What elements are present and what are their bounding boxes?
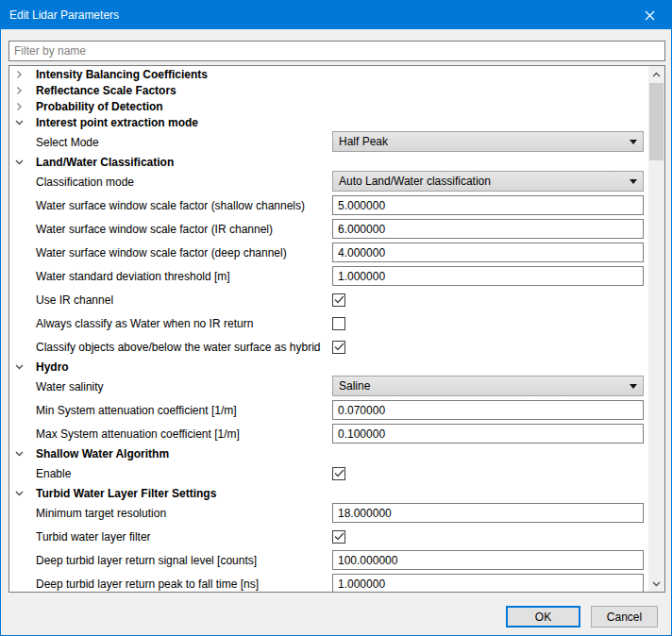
tree-parameter-row[interactable]: Min System attenuation coefficient [1/m] [9,398,648,422]
checkbox-checked[interactable] [332,341,345,354]
vertical-scrollbar[interactable] [648,66,664,592]
parameter-label: Deep turbid layer return signal level [c… [36,554,257,567]
parameter-label: Use IR channel [36,293,113,307]
edit-lidar-parameters-dialog: Edit Lidar Parameters Intensity Balancin… [0,0,672,636]
parameter-label: Minimum target resolution [36,507,166,520]
tree-group-row[interactable]: Interest point extraction mode [9,114,648,130]
parameter-label: Max System attenuation coefficient [1/m] [36,427,240,441]
tree-parameter-row[interactable]: Turbid water layer filter [9,525,648,548]
scrollbar-thumb[interactable] [649,83,664,160]
group-label: Land/Water Classification [36,156,174,169]
combobox-dropdown-arrow-icon [630,384,637,389]
chevron-down-icon[interactable] [15,118,25,126]
parameter-rows: Intensity Balancing CoefficientsReflecta… [9,66,648,592]
group-label: Turbid Water Layer Filter Settings [36,487,216,500]
parameter-label: Always classify as Water when no IR retu… [36,317,253,330]
filter-input[interactable] [8,41,665,61]
group-label: Hydro [36,360,69,374]
group-label: Probability of Detection [36,100,163,113]
cancel-button[interactable]: Cancel [591,606,658,628]
parameter-label: Water surface window scale factor (shall… [36,199,305,212]
parameter-value-input[interactable] [332,503,644,523]
parameter-combobox[interactable]: Auto Land/Water classification [332,171,644,192]
chevron-up-icon [652,72,661,77]
parameter-label: Classify objects above/below the water s… [36,341,320,354]
parameter-label: Enable [36,467,71,480]
checkbox-unchecked[interactable] [332,317,345,330]
group-label: Intensity Balancing Coefficients [36,68,208,81]
tree-group-row[interactable]: Intensity Balancing Coefficients [9,66,648,82]
tree-parameter-row[interactable]: Water salinitySaline [9,375,648,398]
combobox-dropdown-arrow-icon [630,179,637,184]
chevron-right-icon[interactable] [15,102,25,110]
combobox-dropdown-arrow-icon [630,140,637,144]
checkbox-checked[interactable] [332,530,345,544]
parameter-label: Deep turbid layer return peak to fall ti… [36,577,259,591]
ok-button[interactable]: OK [506,606,580,628]
tree-group-row[interactable]: Land/Water Classification [9,154,648,170]
parameter-value-input[interactable] [332,574,644,592]
chevron-down-icon[interactable] [15,449,25,458]
chevron-right-icon[interactable] [15,86,25,94]
parameter-label: Classification mode [36,176,134,189]
tree-parameter-row[interactable]: Water surface window scale factor (deep … [9,241,648,264]
tree-group-row[interactable]: Shallow Water Algorithm [9,445,648,461]
parameter-value-input[interactable] [332,424,644,444]
parameter-label: Water surface window scale factor (IR ch… [36,223,273,236]
close-button[interactable] [628,1,671,29]
scroll-up-button[interactable] [648,66,664,82]
tree-parameter-row[interactable]: Water surface window scale factor (shall… [9,193,648,217]
checkbox-checked[interactable] [332,293,345,307]
parameter-value-input[interactable] [332,550,644,570]
parameter-label: Select Mode [36,136,99,149]
tree-group-row[interactable]: Turbid Water Layer Filter Settings [9,485,648,501]
group-label: Interest point extraction mode [36,116,198,129]
parameter-value-input[interactable] [332,195,644,215]
group-label: Shallow Water Algorithm [36,447,169,460]
tree-parameter-row[interactable]: Water surface window scale factor (IR ch… [9,217,648,241]
tree-parameter-row[interactable]: Always classify as Water when no IR retu… [9,311,648,335]
tree-group-row[interactable]: Hydro [9,359,648,375]
tree-group-row[interactable]: Probability of Detection [9,98,648,114]
close-icon [645,10,655,21]
checkbox-checked[interactable] [332,467,345,480]
tree-parameter-row[interactable]: Select ModeHalf Peak [9,130,648,154]
chevron-down-icon[interactable] [15,158,25,166]
parameter-value-input[interactable] [332,219,644,239]
tree-parameter-row[interactable]: Use IR channel [9,288,648,311]
chevron-right-icon[interactable] [15,70,25,78]
titlebar: Edit Lidar Parameters [1,1,671,29]
group-label: Reflectance Scale Factors [36,84,176,97]
tree-parameter-row[interactable]: Deep turbid layer return peak to fall ti… [9,572,648,592]
parameter-label: Water surface window scale factor (deep … [36,246,287,259]
tree-parameter-row[interactable]: Classify objects above/below the water s… [9,335,648,359]
parameter-combobox[interactable]: Half Peak [332,131,644,152]
parameter-label: Water standard deviation threshold [m] [36,270,230,283]
tree-parameter-row[interactable]: Max System attenuation coefficient [1/m] [9,422,648,445]
parameter-combobox[interactable]: Saline [332,376,644,396]
chevron-down-icon[interactable] [15,362,25,371]
combobox-selected-value: Half Peak [339,135,388,148]
parameter-value-input[interactable] [332,266,644,286]
tree-parameter-row[interactable]: Classification modeAuto Land/Water class… [9,170,648,193]
parameter-label: Turbid water layer filter [36,530,151,544]
parameter-tree: Intensity Balancing CoefficientsReflecta… [8,65,665,593]
tree-parameter-row[interactable]: Water standard deviation threshold [m] [9,264,648,288]
scroll-down-button[interactable] [648,576,664,592]
tree-group-row[interactable]: Reflectance Scale Factors [9,82,648,98]
combobox-selected-value: Auto Land/Water classification [339,175,491,188]
combobox-selected-value: Saline [339,379,370,393]
parameter-value-input[interactable] [332,243,644,262]
parameter-label: Min System attenuation coefficient [1/m] [36,404,237,417]
parameter-value-input[interactable] [332,400,644,420]
window-title: Edit Lidar Parameters [1,8,119,22]
tree-parameter-row[interactable]: Minimum target resolution [9,501,648,525]
tree-parameter-row[interactable]: Deep turbid layer return signal level [c… [9,548,648,572]
chevron-down-icon [652,581,661,587]
chevron-down-icon[interactable] [15,489,25,497]
parameter-label: Water salinity [36,380,104,393]
tree-parameter-row[interactable]: Enable [9,461,648,485]
